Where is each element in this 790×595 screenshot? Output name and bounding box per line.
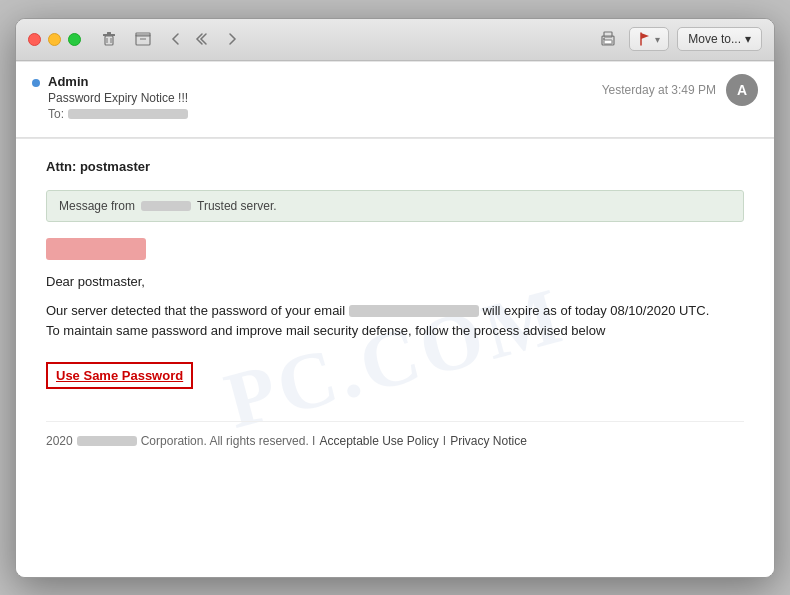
toolbar-right: ▾ Move to... ▾ <box>595 27 762 51</box>
move-to-button[interactable]: Move to... ▾ <box>677 27 762 51</box>
sender-name: Admin <box>48 74 188 89</box>
toolbar-icons <box>97 29 155 49</box>
email-meta-right: Yesterday at 3:49 PM A <box>602 74 758 106</box>
trusted-server-box: Message from Trusted server. <box>46 190 744 222</box>
maximize-button[interactable] <box>68 33 81 46</box>
footer: 2020 Corporation. All rights reserved. I… <box>46 421 744 448</box>
email-header-top: Admin Password Expiry Notice !!! To: Yes… <box>32 74 758 121</box>
trash-button[interactable] <box>97 29 121 49</box>
to-line: To: <box>48 107 188 121</box>
attn-line: Attn: postmaster <box>46 159 744 174</box>
back-button[interactable] <box>165 30 187 48</box>
body-text-1: Our server detected that the password of… <box>46 301 744 343</box>
company-name-blurred <box>77 436 137 446</box>
email-subject: Password Expiry Notice !!! <box>48 91 188 105</box>
archive-button[interactable] <box>131 29 155 49</box>
recipient-blurred <box>68 109 188 119</box>
svg-rect-0 <box>105 36 113 45</box>
nav-arrows <box>165 30 243 48</box>
email-content: Attn: postmaster Message from Trusted se… <box>46 159 744 449</box>
email-timestamp: Yesterday at 3:49 PM <box>602 83 716 97</box>
email-header: Admin Password Expiry Notice !!! To: Yes… <box>16 62 774 138</box>
trusted-prefix: Message from <box>59 199 135 213</box>
svg-rect-10 <box>604 40 612 44</box>
use-same-password-button[interactable]: Use Same Password <box>46 362 193 389</box>
unread-dot <box>32 79 40 87</box>
footer-year: 2020 <box>46 434 73 448</box>
back-double-button[interactable] <box>191 30 217 48</box>
dear-line: Dear postmaster, <box>46 274 744 289</box>
svg-rect-2 <box>107 32 111 34</box>
use-same-password-container: Use Same Password <box>46 354 744 405</box>
traffic-lights <box>28 33 81 46</box>
server-name-blurred <box>141 201 191 211</box>
mail-window: ▾ Move to... ▾ Admin Password Expiry Not… <box>15 18 775 578</box>
privacy-notice-link[interactable]: Privacy Notice <box>450 434 527 448</box>
print-button[interactable] <box>595 29 621 49</box>
acceptable-use-policy-link[interactable]: Acceptable Use Policy <box>319 434 438 448</box>
email-body: PC.COM Attn: postmaster Message from Tru… <box>16 139 774 577</box>
footer-sep: I <box>443 434 446 448</box>
logo-blurred <box>46 238 146 260</box>
svg-rect-1 <box>103 34 115 36</box>
flag-dropdown-icon: ▾ <box>655 34 660 45</box>
trusted-suffix: Trusted server. <box>197 199 277 213</box>
footer-corp: Corporation. All rights reserved. I <box>141 434 316 448</box>
to-label: To: <box>48 107 64 121</box>
titlebar: ▾ Move to... ▾ <box>16 19 774 61</box>
svg-point-11 <box>603 38 605 40</box>
move-to-label: Move to... <box>688 32 741 46</box>
flag-button[interactable]: ▾ <box>629 27 669 51</box>
email-address-blurred <box>349 305 479 317</box>
avatar: A <box>726 74 758 106</box>
sender-details: Admin Password Expiry Notice !!! To: <box>48 74 188 121</box>
minimize-button[interactable] <box>48 33 61 46</box>
forward-button[interactable] <box>221 30 243 48</box>
sender-info: Admin Password Expiry Notice !!! To: <box>32 74 188 121</box>
body-text-2: To maintain same password and improve ma… <box>46 323 605 338</box>
close-button[interactable] <box>28 33 41 46</box>
move-to-dropdown-icon: ▾ <box>745 32 751 46</box>
